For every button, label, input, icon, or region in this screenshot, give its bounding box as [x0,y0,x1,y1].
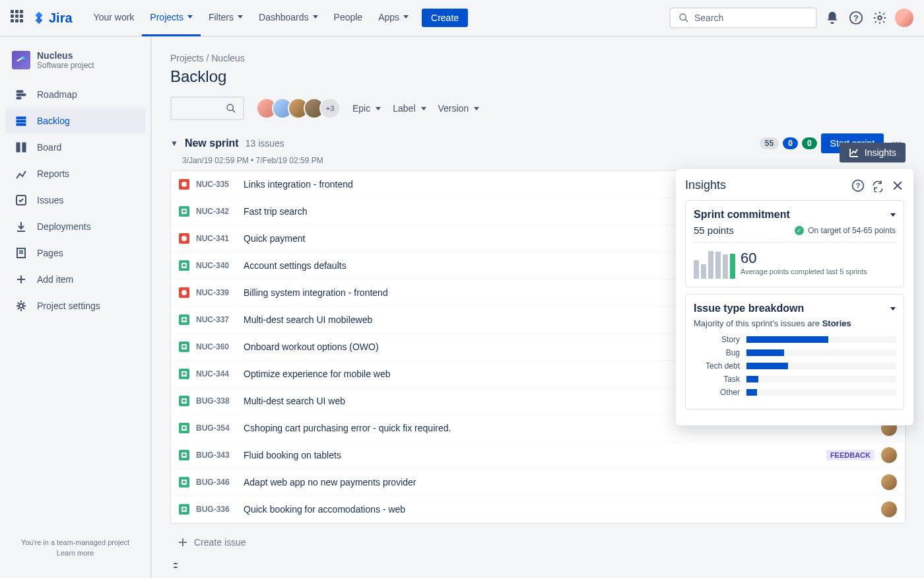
svg-text:?: ? [856,182,861,190]
insights-panel: Insights ? Sprint commitment 55 points ✓… [676,169,913,425]
sidebar-item-label: Pages [37,248,63,258]
issue-row[interactable]: BUG-336Quick booking for accomodations -… [171,496,905,523]
resize-handle[interactable] [170,562,906,569]
settings-icon[interactable] [871,9,888,26]
insights-help-icon[interactable]: ? [851,179,865,192]
assignee-avatar[interactable] [881,447,897,463]
sprint-points-todo: 55 [760,137,779,149]
deploy-icon [15,220,28,233]
insights-close-icon[interactable] [891,179,904,192]
project-name: Nucleus [37,50,94,61]
commitment-bar [701,264,706,279]
sidebar-item-issues[interactable]: Issues [5,188,145,213]
card-toggle[interactable]: Sprint commitment [694,209,896,221]
sidebar-item-board[interactable]: Board [5,135,145,160]
app-switcher-icon[interactable] [11,10,26,26]
card-toggle[interactable]: Issue type breakdown [694,303,896,314]
issue-row[interactable]: BUG-343Fluid booking on tabletsFEEDBACK [171,442,905,469]
breakdown-bar [746,376,896,382]
sidebar-item-project-settings[interactable]: Project settings [5,293,145,318]
sidebar-item-add-item[interactable]: Add item [5,267,145,292]
jira-logo[interactable]: Jira [32,11,73,26]
main-content: Projects / Nucleus Backlog +3 Epic Label… [152,37,924,578]
help-icon[interactable]: ? [847,9,865,26]
avatar-overflow[interactable]: +3 [319,98,341,119]
breadcrumb[interactable]: Projects / Nucleus [170,53,906,63]
sprint-header: ▼ New sprint 13 issues 55 0 0 Start spri… [170,133,906,153]
nav-filters[interactable]: Filters [201,0,251,36]
sprint-points-done: 0 [802,137,817,149]
label-filter[interactable]: Label [393,103,426,114]
commitment-points: 55 points [694,225,734,236]
svg-point-6 [22,57,25,59]
chevron-down-icon [890,213,896,217]
global-search-input[interactable]: Search [669,7,817,28]
create-issue-button[interactable]: Create issue [170,532,906,553]
sidebar-item-backlog[interactable]: Backlog [5,108,145,133]
breakdown-bar [746,363,896,369]
epic-filter[interactable]: Epic [352,103,381,114]
bug-icon [179,233,189,244]
sidebar-item-label: Project settings [37,301,100,311]
assignee-filter[interactable]: +3 [256,98,341,119]
nav-dashboards[interactable]: Dashboards [251,0,326,36]
profile-avatar[interactable] [895,9,913,27]
sprint-issue-count: 13 issues [246,138,284,149]
issues-icon [15,194,28,207]
jira-logo-text: Jira [49,11,73,26]
story-icon [179,260,189,271]
issue-key: NUC-342 [196,207,237,216]
svg-rect-13 [16,143,20,152]
sidebar-item-reports[interactable]: Reports [5,161,145,186]
breadcrumb-parent[interactable]: Projects [170,53,204,63]
learn-more-link[interactable]: Learn more [11,549,140,557]
sidebar-footer-text: You're in a team-managed project [21,538,129,546]
insights-button[interactable]: Insights [840,143,906,163]
sidebar-item-roadmap[interactable]: Roadmap [5,82,145,107]
collapse-toggle[interactable]: ▼ [170,139,178,148]
project-header[interactable]: Nucleus Software project [5,50,145,82]
nav-apps[interactable]: Apps [370,0,416,36]
story-icon [179,206,189,217]
sidebar-item-deployments[interactable]: Deployments [5,214,145,239]
nav-projects[interactable]: Projects [142,0,201,36]
svg-point-24 [182,236,187,241]
check-icon: ✓ [795,226,804,235]
issue-row[interactable]: BUG-346Adapt web app no new payments pro… [171,469,905,496]
issue-key: BUG-343 [196,451,237,460]
issue-label: FEEDBACK [826,450,874,460]
sidebar-item-label: Backlog [37,116,70,126]
svg-point-19 [19,304,23,308]
story-icon [179,504,189,515]
create-button[interactable]: Create [422,9,468,27]
story-icon [179,423,189,433]
issue-key: NUC-340 [196,261,237,270]
breadcrumb-child[interactable]: Nucleus [211,53,245,63]
nav-your-work[interactable]: Your work [86,0,143,36]
board-search-input[interactable] [170,96,244,120]
assignee-avatar[interactable] [881,501,897,517]
assignee-avatar[interactable] [881,474,897,490]
commitment-chart [694,247,735,279]
reports-icon [15,167,28,180]
issue-key: NUC-335 [196,180,237,189]
sidebar-item-pages[interactable]: Pages [5,240,145,266]
insights-title: Insights [685,178,726,192]
issue-key: NUC-341 [196,234,237,243]
svg-point-26 [182,290,187,295]
notifications-icon[interactable] [824,9,841,26]
sidebar-item-label: Issues [37,195,63,205]
issue-key: NUC-339 [196,288,237,297]
version-filter[interactable]: Version [438,103,480,114]
svg-point-4 [878,16,882,20]
insights-refresh-icon[interactable] [871,179,884,192]
sprint-commitment-card: Sprint commitment 55 points ✓On target o… [685,200,904,287]
issue-key: BUG-336 [196,505,237,514]
chevron-down-icon [890,307,896,310]
issue-title: Quick booking for accomodations - web [244,504,874,515]
filter-label: Version [438,103,469,114]
breakdown-label: Tech debt [694,361,740,371]
avg-points-value: 60 [741,250,867,267]
nav-people[interactable]: People [326,0,371,36]
roadmap-icon [15,88,28,101]
